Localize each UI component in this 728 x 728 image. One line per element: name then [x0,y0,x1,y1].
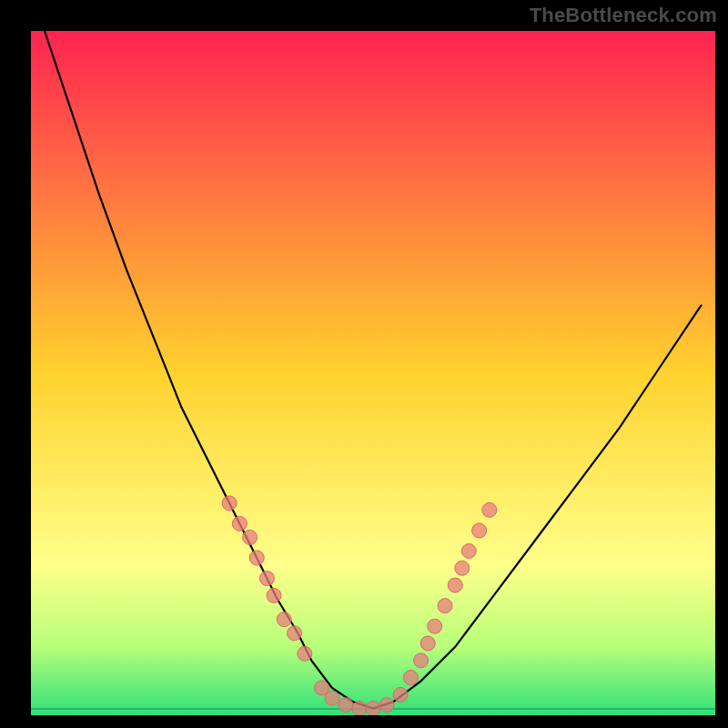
data-marker [448,578,462,592]
data-marker [366,702,380,716]
data-marker [259,571,274,586]
data-marker [482,502,497,517]
chart-frame: TheBottleneck.com [0,0,728,728]
data-marker [393,687,408,702]
bottleneck-chart [31,31,715,715]
data-marker [249,551,264,565]
data-marker [438,599,452,613]
gradient-background [31,31,715,715]
data-marker [222,496,237,511]
data-marker [325,691,339,705]
watermark-text: TheBottleneck.com [530,4,717,27]
data-marker [243,531,258,545]
data-marker [403,671,418,685]
data-marker [277,612,291,627]
data-marker [267,588,281,602]
data-marker [428,619,442,633]
data-marker [232,516,247,531]
data-marker [455,561,470,575]
data-marker [420,636,435,651]
data-marker [414,653,429,668]
data-marker [472,523,487,538]
data-marker [298,646,312,661]
data-marker [352,702,367,716]
data-marker [379,698,394,713]
plot-area [31,31,715,715]
data-marker [461,544,476,559]
data-marker [288,626,302,641]
data-marker [339,698,353,713]
